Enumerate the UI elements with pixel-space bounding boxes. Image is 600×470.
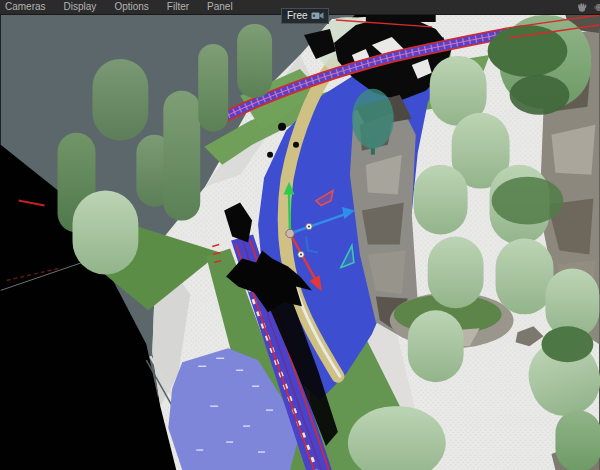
3d-editor-window: Cameras Display Options Filter Panel Fre… [0,0,600,470]
hand-icon[interactable] [576,2,588,13]
menu-panel[interactable]: Panel [198,0,242,14]
gizmo-origin[interactable] [286,229,294,237]
menu-cameras[interactable]: Cameras [0,0,55,14]
free-camera-icon [311,11,324,20]
orbit-icon[interactable] [592,2,600,13]
menu-display[interactable]: Display [55,0,106,14]
menu-filter[interactable]: Filter [158,0,198,14]
camera-mode-badge[interactable]: Free [281,8,329,24]
scene-canvas [0,15,600,470]
camera-mode-label: Free [287,10,308,22]
menu-options[interactable]: Options [105,0,157,14]
3d-viewport[interactable] [0,15,600,470]
